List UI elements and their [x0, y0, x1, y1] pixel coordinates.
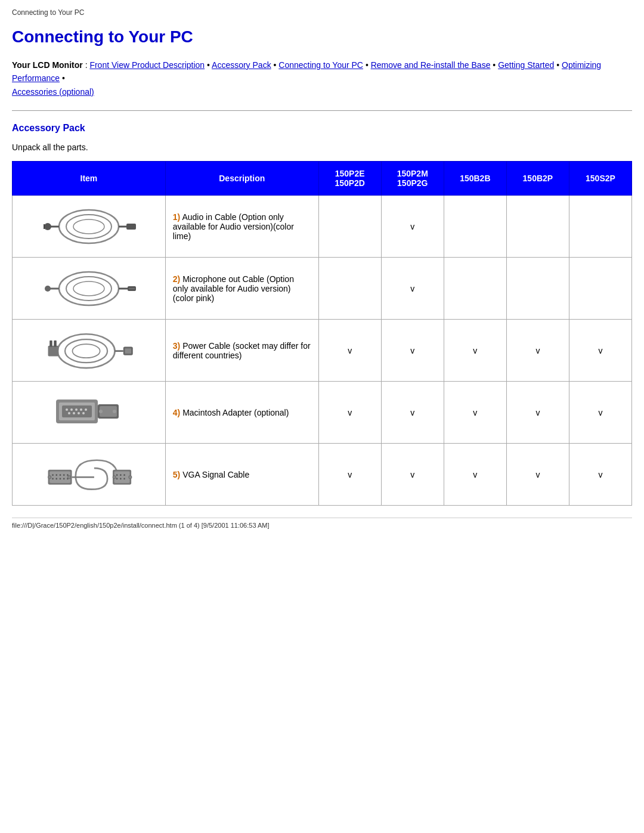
- svg-point-39: [99, 410, 103, 413]
- separator: [12, 110, 632, 111]
- svg-point-4: [44, 223, 51, 230]
- svg-point-34: [73, 412, 75, 414]
- svg-point-29: [70, 408, 73, 411]
- check-150b2b-row5: v: [444, 444, 506, 506]
- check-150p2m-row5: v: [381, 444, 444, 506]
- check-150p2e-row4: v: [318, 382, 381, 444]
- accessory-table: Item Description 150P2E150P2D 150P2M150P…: [12, 161, 632, 506]
- table-row: 1) Audio in Cable (Option only available…: [13, 196, 632, 258]
- cable-image-vga: [38, 450, 140, 497]
- cable-image-mic-out: [38, 264, 140, 311]
- svg-point-65: [129, 476, 132, 479]
- svg-point-2: [73, 219, 104, 234]
- item-image-1: [13, 196, 166, 258]
- check-150b2p-row2: [506, 258, 569, 320]
- svg-point-33: [68, 412, 70, 414]
- check-150b2b-row4: v: [444, 382, 506, 444]
- cable-image-power: [38, 326, 140, 373]
- desc-vga-cable: 5) VGA Signal Cable: [165, 444, 318, 506]
- item-image-3: [13, 320, 166, 382]
- svg-point-54: [67, 476, 70, 479]
- svg-point-32: [85, 408, 87, 411]
- check-150b2b-row3: v: [444, 320, 506, 382]
- nav-bold-label: Your LCD Monitor: [12, 60, 83, 70]
- cable-image-mac-adapter: [38, 388, 140, 435]
- check-150p2m-row4: v: [381, 382, 444, 444]
- col-header-150b2p: 150B2P: [506, 162, 569, 196]
- svg-point-51: [63, 478, 65, 480]
- svg-point-61: [116, 478, 118, 480]
- svg-point-49: [55, 478, 57, 480]
- item-image-2: [13, 258, 166, 320]
- browser-tab: Connecting to Your PC: [12, 6, 632, 21]
- check-150s2p-row4: v: [569, 382, 631, 444]
- col-header-150p2e: 150P2E150P2D: [318, 162, 381, 196]
- table-header-row: Item Description 150P2E150P2D 150P2M150P…: [13, 162, 632, 196]
- check-150p2m-row2: v: [381, 258, 444, 320]
- check-150p2e-row2: [318, 258, 381, 320]
- col-header-item: Item: [13, 162, 166, 196]
- footer-bar: file:///D|/Grace/150P2/english/150p2e/in…: [12, 518, 632, 529]
- svg-rect-21: [54, 340, 56, 347]
- svg-point-60: [123, 475, 125, 476]
- desc-number-4: 4): [173, 408, 180, 417]
- check-150p2m-row3: v: [381, 320, 444, 382]
- check-150p2e-row5: v: [318, 444, 381, 506]
- svg-point-46: [63, 475, 65, 476]
- check-150b2b-row2: [444, 258, 506, 320]
- nav-link-accessory-pack[interactable]: Accessory Pack: [212, 60, 271, 70]
- nav-link-connecting[interactable]: Connecting to Your PC: [278, 60, 363, 70]
- svg-point-63: [123, 478, 125, 480]
- svg-point-47: [67, 475, 69, 476]
- col-header-description: Description: [165, 162, 318, 196]
- check-150p2e-row3: v: [318, 320, 381, 382]
- check-150s2p-row1: [569, 196, 631, 258]
- svg-rect-20: [49, 340, 52, 347]
- svg-point-45: [60, 475, 61, 476]
- check-150p2m-row1: v: [381, 196, 444, 258]
- svg-point-28: [66, 408, 68, 411]
- check-150s2p-row2: [569, 258, 631, 320]
- col-header-150s2p: 150S2P: [569, 162, 631, 196]
- nav-link-accessories[interactable]: Accessories (optional): [12, 87, 94, 97]
- check-150p2e-row1: [318, 196, 381, 258]
- col-header-150b2b: 150B2B: [444, 162, 506, 196]
- svg-point-50: [60, 478, 61, 480]
- svg-rect-57: [114, 472, 130, 484]
- check-150b2b-row1: [444, 196, 506, 258]
- item-image-5: [13, 444, 166, 506]
- table-row: 4) Macintosh Adapter (optional) v v v v …: [13, 382, 632, 444]
- desc-number-2: 2): [173, 274, 180, 284]
- intro-text: Unpack all the parts.: [12, 143, 632, 152]
- nav-links: Your LCD Monitor : Front View Product De…: [12, 58, 632, 98]
- table-row: 5) VGA Signal Cable v v v v v: [13, 444, 632, 506]
- svg-point-36: [82, 412, 85, 414]
- svg-rect-7: [126, 224, 136, 230]
- page-title: Connecting to Your PC: [12, 27, 632, 47]
- nav-link-remove-reinstall[interactable]: Remove and Re-install the Base: [371, 60, 491, 70]
- svg-point-44: [55, 475, 57, 476]
- nav-link-getting-started[interactable]: Getting Started: [498, 60, 554, 70]
- table-row: 3) Power Cable (socket may differ for di…: [13, 320, 632, 382]
- check-150b2p-row3: v: [506, 320, 569, 382]
- col-header-150p2m: 150P2M150P2G: [381, 162, 444, 196]
- svg-point-48: [52, 478, 54, 480]
- desc-number-5: 5): [173, 470, 180, 479]
- svg-point-53: [48, 476, 51, 479]
- svg-rect-24: [125, 348, 131, 354]
- svg-point-17: [65, 339, 107, 363]
- desc-mic-out: 2) Microphone out Cable (Option only ava…: [165, 258, 318, 320]
- check-150b2p-row1: [506, 196, 569, 258]
- svg-point-59: [120, 475, 122, 476]
- section-title: Accessory Pack: [12, 123, 632, 134]
- svg-point-12: [45, 286, 51, 292]
- svg-point-62: [120, 478, 122, 480]
- nav-link-front-view[interactable]: Front View Product Description: [89, 60, 205, 70]
- svg-point-43: [52, 475, 54, 476]
- svg-point-64: [113, 476, 116, 479]
- desc-mac-adapter: 4) Macintosh Adapter (optional): [165, 382, 318, 444]
- svg-point-35: [78, 412, 80, 414]
- svg-point-58: [116, 475, 118, 476]
- svg-rect-19: [48, 346, 58, 357]
- item-image-4: [13, 382, 166, 444]
